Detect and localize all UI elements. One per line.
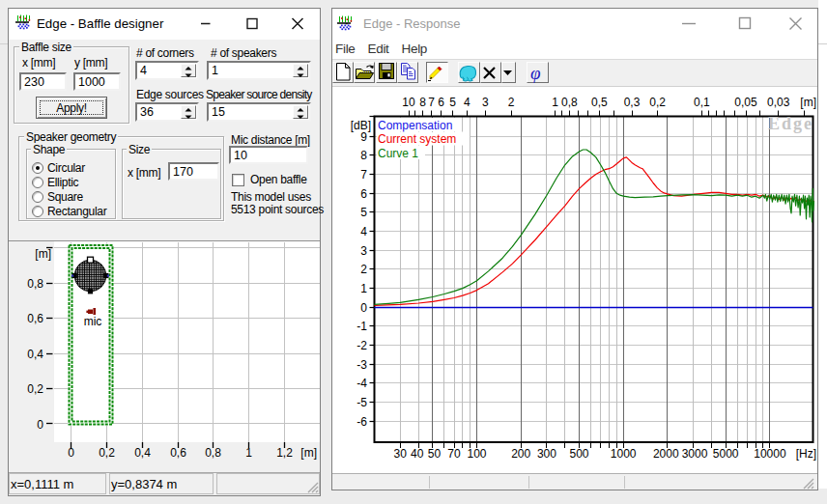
svg-text:0,5: 0,5	[591, 96, 608, 109]
svg-text:4: 4	[464, 96, 471, 109]
svg-text:0,2: 0,2	[99, 446, 115, 460]
svg-text:Current system: Current system	[378, 132, 456, 146]
svg-text:1: 1	[552, 96, 558, 109]
svg-text:-3: -3	[356, 358, 367, 372]
svg-text:10: 10	[402, 96, 415, 109]
svg-text:0,03: 0,03	[767, 96, 790, 109]
svg-text:10000: 10000	[754, 447, 786, 461]
svg-text:1,2: 1,2	[276, 446, 293, 460]
svg-text:1: 1	[360, 282, 367, 295]
svg-text:50: 50	[428, 447, 442, 461]
svg-text:300: 300	[537, 447, 556, 461]
svg-text:100: 100	[467, 447, 486, 461]
svg-text:3000: 3000	[682, 447, 708, 461]
svg-text:mic: mic	[84, 315, 102, 328]
svg-text:-2: -2	[356, 339, 367, 352]
svg-text:500: 500	[569, 447, 588, 461]
svg-text:6: 6	[438, 96, 444, 109]
svg-text:5: 5	[449, 96, 456, 109]
svg-text:Curve 1: Curve 1	[378, 147, 418, 160]
svg-text:-4: -4	[356, 377, 367, 390]
svg-text:0,8: 0,8	[561, 96, 578, 109]
svg-text:2: 2	[360, 263, 367, 276]
svg-text:9: 9	[360, 130, 367, 144]
svg-text:8: 8	[360, 149, 367, 162]
svg-text:Compensation: Compensation	[378, 119, 452, 132]
svg-text:[dB]: [dB]	[351, 119, 371, 132]
svg-text:-5: -5	[356, 396, 367, 409]
svg-text:0,1: 0,1	[694, 96, 710, 109]
svg-text:φ: φ	[530, 63, 541, 83]
svg-text:[m]: [m]	[35, 247, 51, 261]
svg-text:0,8: 0,8	[205, 446, 221, 460]
svg-text:2: 2	[508, 96, 515, 109]
svg-text:0,4: 0,4	[134, 446, 151, 460]
svg-text:0: 0	[37, 418, 43, 432]
svg-text:0,8: 0,8	[27, 277, 43, 291]
svg-text:0,4: 0,4	[27, 348, 43, 361]
svg-text:[Hz]: [Hz]	[796, 447, 816, 461]
svg-text:2000: 2000	[653, 447, 679, 461]
svg-text:3: 3	[482, 96, 489, 109]
svg-text:200: 200	[511, 447, 530, 461]
svg-text:0,2: 0,2	[27, 382, 43, 396]
svg-text:8: 8	[419, 96, 426, 109]
svg-text:0,3: 0,3	[624, 96, 641, 109]
svg-text:3: 3	[360, 244, 367, 258]
svg-text:6: 6	[360, 187, 367, 201]
svg-text:7: 7	[428, 96, 435, 109]
svg-text:[m]: [m]	[800, 96, 816, 109]
svg-text:0: 0	[68, 446, 74, 460]
svg-text:[m]: [m]	[300, 446, 317, 460]
svg-text:1: 1	[245, 446, 252, 460]
svg-text:1000: 1000	[611, 447, 637, 461]
svg-text:-6: -6	[356, 415, 367, 429]
svg-text:40: 40	[411, 447, 424, 461]
svg-text:0,2: 0,2	[649, 96, 666, 109]
svg-text:0,05: 0,05	[734, 96, 757, 109]
svg-text:-1: -1	[356, 320, 367, 333]
svg-text:70: 70	[447, 447, 461, 461]
svg-text:Edge: Edge	[768, 114, 813, 133]
svg-text:5: 5	[360, 206, 367, 219]
svg-text:0,6: 0,6	[170, 446, 186, 460]
svg-text:0: 0	[360, 301, 367, 315]
svg-text:0,6: 0,6	[27, 312, 43, 325]
svg-text:30: 30	[394, 447, 408, 461]
svg-text:7: 7	[360, 168, 367, 182]
svg-text:4: 4	[360, 225, 367, 238]
svg-text:5000: 5000	[713, 447, 739, 461]
